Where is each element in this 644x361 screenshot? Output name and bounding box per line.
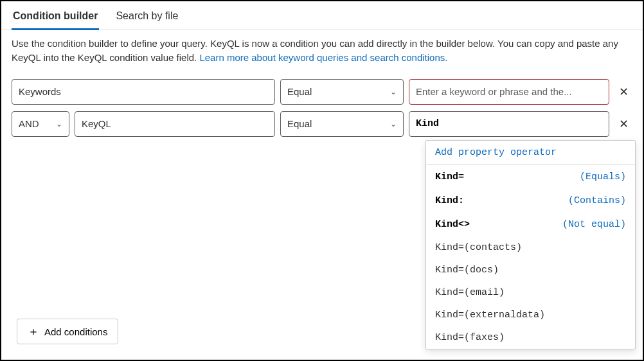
- operator-option-equals[interactable]: Kind= (Equals): [426, 165, 635, 189]
- operator-prop: Kind:: [435, 195, 464, 206]
- add-property-operator[interactable]: Add property operator: [426, 141, 635, 165]
- tabs: Condition builder Search by file: [1, 1, 643, 30]
- logic-select[interactable]: AND ⌄: [12, 111, 69, 137]
- value-input-keywords[interactable]: Enter a keyword or phrase and the...: [409, 79, 609, 105]
- operator-option-contains[interactable]: Kind: (Contains): [426, 189, 635, 213]
- operator-select[interactable]: Equal ⌄: [280, 79, 404, 105]
- value-option[interactable]: Kind=(contacts): [426, 236, 635, 259]
- operator-prop: Kind=: [435, 172, 464, 182]
- operator-label: Equal: [287, 118, 312, 129]
- value-option[interactable]: Kind=(externaldata): [426, 304, 635, 326]
- add-conditions-button[interactable]: ＋ Add conditions: [17, 319, 118, 344]
- value-option[interactable]: Kind=(email): [426, 281, 635, 304]
- logic-label: AND: [19, 118, 39, 129]
- chevron-down-icon: ⌄: [390, 119, 397, 128]
- autocomplete-dropdown: Add property operator Kind= (Equals) Kin…: [425, 140, 636, 349]
- condition-select-keyql[interactable]: KeyQL: [75, 111, 275, 137]
- operator-desc: (Contains): [568, 195, 626, 206]
- remove-row-icon[interactable]: ✕: [614, 117, 632, 131]
- operator-prop: Kind<>: [435, 219, 470, 230]
- operator-label: Equal: [287, 86, 312, 97]
- tab-condition-builder[interactable]: Condition builder: [12, 8, 99, 30]
- value-option[interactable]: Kind=(docs): [426, 259, 635, 281]
- remove-row-icon[interactable]: ✕: [614, 85, 632, 99]
- operator-desc: (Not equal): [562, 219, 626, 230]
- value-input-keyql[interactable]: Kind: [409, 111, 609, 137]
- condition-label: KeyQL: [82, 118, 111, 129]
- add-conditions-label: Add conditions: [44, 326, 107, 337]
- chevron-down-icon: ⌄: [390, 87, 397, 96]
- operator-desc: (Equals): [580, 172, 626, 182]
- tab-search-by-file[interactable]: Search by file: [114, 8, 179, 30]
- value-option[interactable]: Kind=(faxes): [426, 326, 635, 349]
- value-text: Kind: [416, 118, 439, 129]
- condition-select-keywords[interactable]: Keywords: [12, 79, 275, 105]
- plus-icon: ＋: [28, 326, 39, 337]
- condition-row: AND ⌄ KeyQL Equal ⌄ Kind ✕: [12, 111, 632, 137]
- learn-more-link[interactable]: Learn more about keyword queries and sea…: [199, 52, 447, 63]
- condition-rows: Keywords Equal ⌄ Enter a keyword or phra…: [1, 74, 643, 137]
- condition-label: Keywords: [19, 86, 61, 97]
- condition-row: Keywords Equal ⌄ Enter a keyword or phra…: [12, 79, 632, 105]
- chevron-down-icon: ⌄: [56, 119, 62, 128]
- operator-select[interactable]: Equal ⌄: [280, 111, 404, 137]
- value-placeholder: Enter a keyword or phrase and the...: [416, 86, 572, 97]
- description-text: Use the condition builder to define your…: [1, 30, 643, 74]
- operator-option-not-equal[interactable]: Kind<> (Not equal): [426, 213, 635, 236]
